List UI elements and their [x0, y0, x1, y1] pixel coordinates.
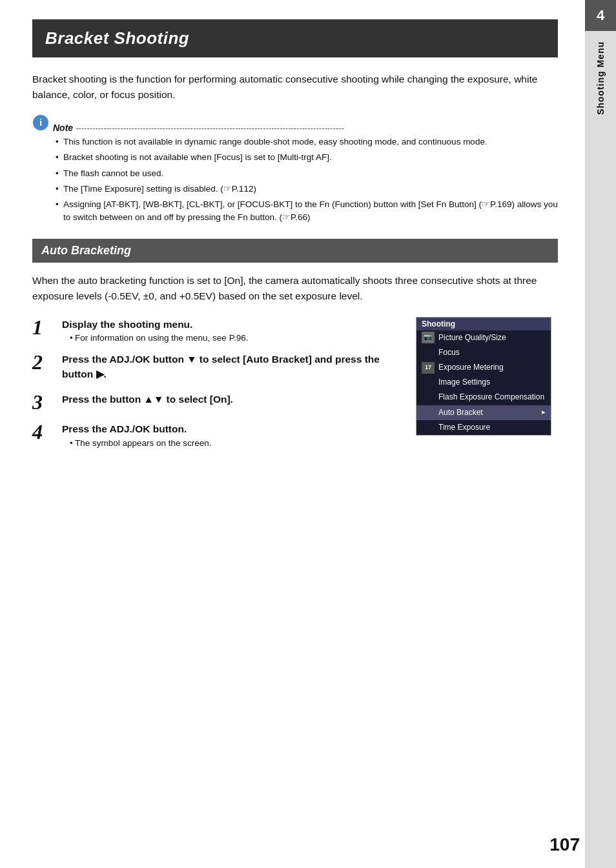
menu-item-1-text: Focus: [438, 347, 546, 359]
sidebar-chapter-title: Shooting Menu: [595, 41, 606, 115]
note-icon: i: [32, 114, 49, 131]
note-header-row: i Note ---------------------------------…: [32, 114, 558, 133]
menu-item-5: Auto Bracket ▸: [416, 405, 551, 420]
menu-item-4: Flash Exposure Compensation: [416, 390, 551, 405]
svg-text:i: i: [39, 117, 42, 128]
main-content: Bracket Shooting Bracket shooting is the…: [0, 0, 616, 487]
menu-item-0-text: Picture Quality/Size: [438, 332, 546, 344]
note-item-2: Bracket shooting is not available when […: [56, 151, 558, 164]
note-box: i Note ---------------------------------…: [32, 114, 558, 225]
page-container: 4 Shooting Menu Bracket Shooting Bracket…: [0, 0, 616, 868]
step-2: 2 Press the ADJ./OK button ▼ to select […: [32, 352, 406, 383]
page-title: Bracket Shooting: [45, 28, 545, 48]
menu-item-5-text: Auto Bracket: [438, 407, 538, 419]
menu-title-bar: Shooting: [416, 318, 551, 330]
step-2-title: Press the ADJ./OK button ▼ to select [Au…: [62, 352, 406, 382]
steps-with-image-area: 1 Display the shooting menu. For informa…: [32, 317, 558, 454]
step-1-sub: For information on using the menu, see P…: [70, 333, 406, 343]
menu-item-4-text: Flash Exposure Compensation: [438, 391, 546, 403]
step-1: 1 Display the shooting menu. For informa…: [32, 317, 406, 343]
note-item-3: The flash cannot be used.: [56, 167, 558, 180]
menu-item-2-text: Exposure Metering: [438, 361, 546, 374]
section-title: Auto Bracketing: [41, 244, 549, 257]
step-4: 4 Press the ADJ./OK button. The symbol a…: [32, 421, 406, 447]
section-intro: When the auto bracketing function is set…: [32, 273, 558, 304]
step-2-content: Press the ADJ./OK button ▼ to select [Au…: [62, 352, 406, 383]
sidebar: 4 Shooting Menu: [585, 0, 616, 868]
note-item-1: This function is not available in dynami…: [56, 136, 558, 148]
menu-item-2: 17 Exposure Metering: [416, 360, 551, 375]
menu-item-6: Time Exposure: [416, 420, 551, 435]
intro-paragraph: Bracket shooting is the function for per…: [32, 72, 558, 103]
menu-item-6-text: Time Exposure: [438, 421, 546, 434]
step-3-title: Press the button ▲▼ to select [On].: [62, 392, 406, 407]
step-4-sub: The symbol appears on the screen.: [70, 438, 406, 448]
menu-item-1: Focus: [416, 345, 551, 360]
sidebar-chapter-number: 4: [585, 0, 616, 31]
section-header: Auto Bracketing: [32, 239, 558, 263]
menu-item-5-arrow: ▸: [542, 407, 546, 418]
steps-left: 1 Display the shooting menu. For informa…: [32, 317, 406, 454]
camera-icon: 📷: [422, 332, 435, 343]
page-title-header: Bracket Shooting: [32, 19, 558, 57]
step-1-content: Display the shooting menu. For informati…: [62, 317, 406, 343]
step-3-number: 3: [32, 392, 57, 412]
note-dashes: ----------------------------------------…: [76, 123, 344, 133]
step-4-title: Press the ADJ./OK button.: [62, 421, 406, 436]
page-number: 107: [549, 834, 580, 855]
camera-menu-screenshot: Shooting 📷 Picture Quality/Size Focus 17…: [416, 317, 551, 436]
step-3-content: Press the button ▲▼ to select [On].: [62, 392, 406, 408]
step-1-number: 1: [32, 317, 57, 338]
step-4-content: Press the ADJ./OK button. The symbol app…: [62, 421, 406, 447]
step-2-number: 2: [32, 352, 57, 372]
menu-item-3-text: Image Settings: [438, 376, 546, 389]
menu-item-3: Image Settings: [416, 375, 551, 390]
step-4-number: 4: [32, 421, 57, 442]
note-label: Note: [53, 123, 73, 133]
note-item-5: Assigning [AT-BKT], [WB-BKT], [CL-BKT], …: [56, 198, 558, 225]
note-items-list: This function is not available in dynami…: [56, 136, 558, 225]
step-1-title: Display the shooting menu.: [62, 317, 406, 332]
step-3: 3 Press the button ▲▼ to select [On].: [32, 392, 406, 412]
menu-item-0: 📷 Picture Quality/Size: [416, 330, 551, 345]
exposure-icon: 17: [422, 362, 435, 374]
note-item-4: The [Time Exposure] setting is disabled.…: [56, 183, 558, 196]
